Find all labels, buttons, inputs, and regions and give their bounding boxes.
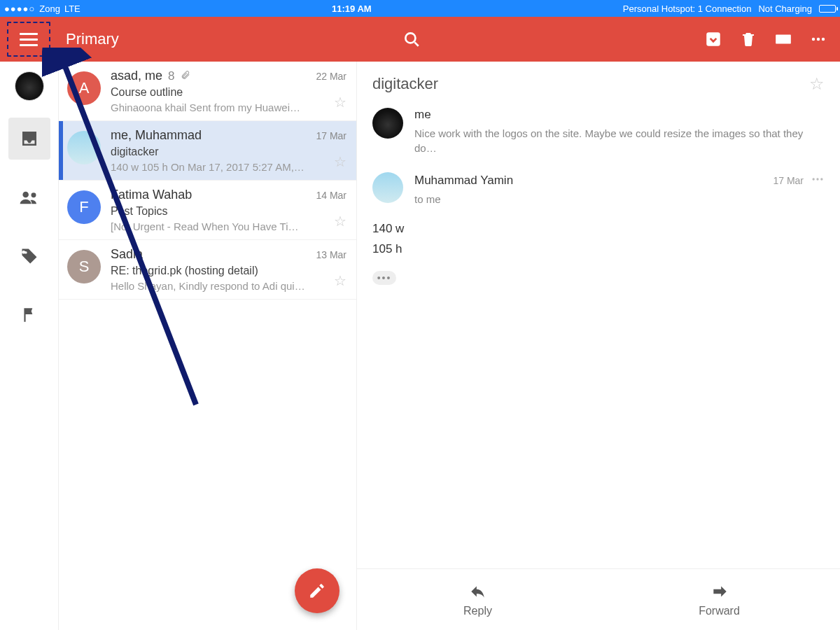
star-button[interactable]: ☆ xyxy=(334,272,346,289)
rail-social[interactable] xyxy=(8,176,50,218)
email-row[interactable]: S Sadia 13 Mar RE: thegrid.pk (hosting d… xyxy=(59,240,356,300)
search-icon xyxy=(402,30,421,48)
forward-button[interactable]: Forward xyxy=(598,569,840,630)
svg-point-5 xyxy=(822,38,825,41)
thread-star-button[interactable]: ☆ xyxy=(809,74,825,94)
message-date: 17 Mar xyxy=(773,175,804,186)
star-button[interactable]: ☆ xyxy=(334,153,346,170)
sender-label: Fatima Wahab xyxy=(111,188,192,202)
svg-point-0 xyxy=(405,33,415,43)
svg-point-3 xyxy=(812,38,815,41)
message-collapsed[interactable]: me Nice work with the logos on the site.… xyxy=(357,99,840,164)
svg-point-8 xyxy=(24,251,27,254)
sender-avatar: F xyxy=(67,190,101,224)
mark-unread-button[interactable] xyxy=(774,30,792,48)
status-bar: ●●●●○ Zong LTE 11:19 AM Personal Hotspot… xyxy=(0,0,840,17)
archive-button[interactable] xyxy=(704,30,722,48)
inbox-icon xyxy=(19,128,40,149)
message-snippet: Nice work with the logos on the site. Ma… xyxy=(414,126,825,155)
pencil-icon xyxy=(308,582,326,600)
forward-label: Forward xyxy=(699,605,740,617)
svg-point-11 xyxy=(820,178,822,180)
account-avatar[interactable] xyxy=(15,71,44,101)
body-line: 140 w xyxy=(372,219,825,239)
charging-label: Not Charging xyxy=(758,4,812,14)
svg-point-7 xyxy=(31,192,36,197)
attachment-icon xyxy=(181,70,190,82)
search-button[interactable] xyxy=(395,30,428,48)
toolbar-title: Primary xyxy=(66,30,119,48)
sender-label: Sadia xyxy=(111,247,143,262)
reply-label: Reply xyxy=(463,605,492,617)
snippet-label: Hello Shayan, Kindly respond to Adi qui… xyxy=(111,280,346,292)
message-from: me xyxy=(414,108,825,122)
thread-title: digitacker xyxy=(372,75,438,93)
message-from: Muhammad Yamin xyxy=(414,174,513,188)
email-row[interactable]: F Fatima Wahab 14 Mar Post Topics [Not U… xyxy=(59,181,356,240)
svg-point-10 xyxy=(816,178,818,180)
more-icon xyxy=(810,31,827,48)
snippet-label: [Not Urgent - Read When You Have Ti… xyxy=(111,220,346,232)
sender-avatar: A xyxy=(67,71,101,105)
delete-button[interactable] xyxy=(739,30,757,48)
email-list: A asad, me 8 22 Mar Course outline Ghina… xyxy=(59,62,357,630)
message-detail: digitacker ☆ me Nice work with the logos… xyxy=(357,62,840,630)
compose-button[interactable] xyxy=(295,568,340,613)
svg-rect-2 xyxy=(706,32,720,46)
tag-icon xyxy=(20,246,39,266)
subject-label: digitacker xyxy=(111,146,346,158)
subject-label: Post Topics xyxy=(111,205,346,218)
show-trimmed-button[interactable]: ••• xyxy=(372,271,396,285)
message-avatar xyxy=(372,172,403,203)
subject-label: Course outline xyxy=(111,86,346,99)
app-toolbar: Primary xyxy=(0,17,840,62)
date-label: 22 Mar xyxy=(316,71,346,82)
sender-avatar xyxy=(67,131,101,164)
snippet-label: 140 w 105 h On Mar 17, 2017 5:27 AM,… xyxy=(111,161,346,173)
sidebar-rail xyxy=(0,62,59,630)
rail-primary[interactable] xyxy=(8,118,50,160)
snippet-label: Ghinaoona khail Sent from my Huawei… xyxy=(111,102,346,113)
hamburger-icon xyxy=(20,33,38,46)
star-button[interactable]: ☆ xyxy=(334,213,346,230)
overflow-button[interactable] xyxy=(809,30,827,48)
people-icon xyxy=(18,186,41,209)
clock-label: 11:19 AM xyxy=(80,4,623,14)
email-row[interactable]: A asad, me 8 22 Mar Course outline Ghina… xyxy=(59,62,356,121)
email-row[interactable]: me, Muhammad 17 Mar digitacker 140 w 105… xyxy=(59,121,356,181)
message-to: to me xyxy=(414,193,825,205)
svg-line-1 xyxy=(414,42,418,46)
envelope-icon xyxy=(774,30,792,48)
date-label: 13 Mar xyxy=(316,249,346,260)
message-more-button[interactable] xyxy=(811,172,825,189)
date-label: 17 Mar xyxy=(316,130,346,141)
sender-label: me, Muhammad xyxy=(111,128,202,143)
thread-count: 8 xyxy=(168,69,174,83)
rail-flagged[interactable] xyxy=(8,294,50,336)
carrier-label: Zong xyxy=(39,4,60,14)
archive-icon xyxy=(704,30,722,48)
network-label: LTE xyxy=(64,4,80,14)
message-avatar xyxy=(372,108,403,139)
svg-point-9 xyxy=(813,178,815,180)
svg-point-4 xyxy=(817,38,820,41)
flag-icon xyxy=(20,306,38,324)
reply-icon xyxy=(469,582,487,601)
message-body: 140 w 105 h xyxy=(357,214,840,265)
subject-label: RE: thegrid.pk (hosting detail) xyxy=(111,265,346,277)
message-expanded-header[interactable]: Muhammad Yamin 17 Mar to me xyxy=(357,164,840,214)
svg-point-6 xyxy=(22,192,29,198)
cell-signal-icon: ●●●●○ xyxy=(4,4,35,14)
menu-button[interactable] xyxy=(7,22,50,57)
body-line: 105 h xyxy=(372,239,825,260)
star-button[interactable]: ☆ xyxy=(334,94,346,111)
sender-avatar: S xyxy=(67,250,101,284)
battery-icon xyxy=(819,5,836,13)
hotspot-label: Personal Hotspot: 1 Connection xyxy=(623,4,752,14)
date-label: 14 Mar xyxy=(316,190,346,201)
more-icon xyxy=(811,172,825,186)
reply-button[interactable]: Reply xyxy=(357,569,598,630)
trash-icon xyxy=(740,31,757,48)
forward-icon xyxy=(710,582,729,601)
rail-promotions[interactable] xyxy=(8,235,50,277)
